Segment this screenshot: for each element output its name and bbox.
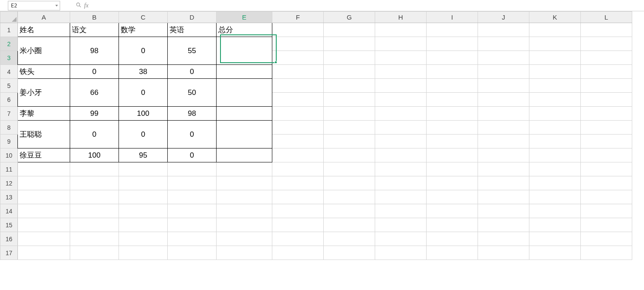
cell[interactable] [375,135,427,148]
cell[interactable] [18,162,70,176]
student-name-cell[interactable]: 徐豆豆 [18,148,70,162]
row-header-12[interactable]: 12 [0,176,18,190]
cell[interactable] [375,121,427,135]
cell[interactable] [529,65,581,79]
cell[interactable] [478,79,529,93]
score-cell[interactable]: 95 [119,148,168,162]
row-header-14[interactable]: 14 [0,204,18,218]
cell[interactable] [70,218,119,232]
cell[interactable] [375,204,427,218]
score-cell[interactable] [217,65,272,79]
cell[interactable] [478,135,529,148]
cell[interactable] [375,51,427,65]
cell[interactable] [217,232,272,246]
cell[interactable] [427,190,478,204]
cell[interactable] [18,218,70,232]
score-cell[interactable] [217,79,272,107]
cell[interactable] [581,204,632,218]
cell[interactable] [375,176,427,190]
cell[interactable] [529,232,581,246]
column-header-F[interactable]: F [272,12,324,23]
cell[interactable] [581,246,632,260]
column-header-J[interactable]: J [478,12,529,23]
score-cell[interactable]: 100 [70,148,119,162]
cell[interactable] [581,23,632,37]
cell[interactable] [119,176,168,190]
cell[interactable] [427,204,478,218]
header-cell[interactable]: 姓名 [18,23,70,37]
cell[interactable] [324,148,375,162]
cell[interactable] [119,162,168,176]
cell[interactable] [375,107,427,121]
cell[interactable] [478,232,529,246]
cell[interactable] [478,176,529,190]
column-header-L[interactable]: L [581,12,632,23]
row-header-6[interactable]: 6 [0,93,18,107]
cell[interactable] [427,37,478,51]
fx-icon[interactable]: fx [84,2,88,9]
cell[interactable] [529,79,581,93]
row-header-5[interactable]: 5 [0,79,18,93]
score-cell[interactable]: 38 [119,65,168,79]
score-cell[interactable]: 0 [168,148,217,162]
score-cell[interactable]: 0 [70,121,119,148]
cell[interactable] [529,121,581,135]
cell[interactable] [427,107,478,121]
cell[interactable] [119,190,168,204]
cell[interactable] [272,37,324,51]
cell[interactable] [529,176,581,190]
score-cell[interactable]: 98 [168,107,217,121]
cell[interactable] [478,190,529,204]
score-cell[interactable] [217,148,272,162]
cell[interactable] [18,176,70,190]
cell[interactable] [168,162,217,176]
row-header-1[interactable]: 1 [0,23,18,37]
score-cell[interactable]: 98 [70,37,119,65]
cell[interactable] [581,65,632,79]
formula-input[interactable] [88,1,644,10]
student-name-cell[interactable]: 姜小牙 [18,79,70,107]
cell[interactable] [18,190,70,204]
cell[interactable] [529,107,581,121]
cell[interactable] [168,176,217,190]
cell[interactable] [581,51,632,65]
score-cell[interactable]: 0 [119,121,168,148]
cell[interactable] [324,218,375,232]
cell[interactable] [375,162,427,176]
cell[interactable] [70,176,119,190]
cell[interactable] [375,218,427,232]
score-cell[interactable]: 50 [168,79,217,107]
cell[interactable] [70,162,119,176]
cell[interactable] [427,148,478,162]
cell[interactable] [272,148,324,162]
cell[interactable] [581,190,632,204]
cell[interactable] [478,37,529,51]
cell[interactable] [324,93,375,107]
student-name-cell[interactable]: 米小圈 [18,37,70,65]
row-header-4[interactable]: 4 [0,65,18,79]
row-header-17[interactable]: 17 [0,246,18,260]
cell[interactable] [529,162,581,176]
zoom-icon[interactable] [76,2,81,9]
cell[interactable] [529,204,581,218]
cell[interactable] [168,246,217,260]
cell[interactable] [478,218,529,232]
cell[interactable] [375,79,427,93]
cell[interactable] [478,162,529,176]
cell[interactable] [375,37,427,51]
cell[interactable] [18,232,70,246]
row-header-9[interactable]: 9 [0,135,18,148]
name-box-dropdown-icon[interactable] [55,5,58,7]
cell[interactable] [529,218,581,232]
cell[interactable] [375,23,427,37]
column-header-H[interactable]: H [375,12,427,23]
score-cell[interactable]: 99 [70,107,119,121]
name-box[interactable]: E2 [8,1,60,10]
cell[interactable] [427,162,478,176]
cell[interactable] [119,232,168,246]
cell[interactable] [168,204,217,218]
column-header-G[interactable]: G [324,12,375,23]
student-name-cell[interactable]: 铁头 [18,65,70,79]
column-header-A[interactable]: A [18,12,70,23]
score-cell[interactable]: 100 [119,107,168,121]
